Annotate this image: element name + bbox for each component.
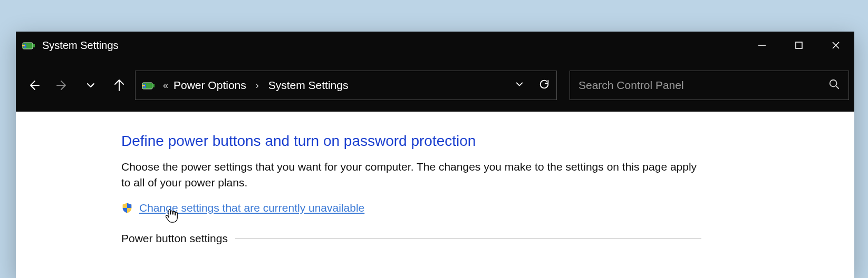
section-power-button-settings: Power button settings (121, 232, 701, 245)
change-unavailable-settings-link[interactable]: Change settings that are currently unava… (139, 202, 364, 214)
search-icon[interactable] (828, 78, 840, 92)
maximize-icon (795, 41, 803, 49)
uac-shield-icon (121, 202, 133, 214)
forward-button[interactable] (50, 73, 75, 98)
minimize-button[interactable] (744, 32, 780, 59)
breadcrumb-overflow-icon[interactable]: « (163, 80, 166, 91)
section-label: Power button settings (121, 232, 228, 245)
window-frame: System Settings (16, 32, 854, 278)
svg-rect-1 (33, 44, 35, 47)
svg-line-11 (836, 86, 839, 89)
window-title: System Settings (42, 39, 119, 52)
breadcrumb-separator-icon: › (256, 80, 259, 91)
up-button[interactable] (107, 73, 132, 98)
refresh-icon (538, 78, 550, 90)
breadcrumb-system-settings[interactable]: System Settings (268, 79, 349, 92)
power-options-icon-small (142, 80, 156, 91)
svg-rect-4 (796, 42, 802, 48)
section-divider (235, 238, 701, 239)
admin-link-row: Change settings that are currently unava… (121, 202, 854, 214)
content-area: Define power buttons and turn on passwor… (16, 112, 854, 278)
search-input[interactable] (578, 79, 822, 92)
arrow-left-icon (27, 79, 40, 92)
chevron-down-icon (515, 80, 524, 88)
address-dropdown-button[interactable] (515, 80, 524, 91)
svg-rect-8 (152, 84, 155, 87)
power-options-icon (22, 39, 36, 51)
nav-bar: « Power Options › System Settings (16, 59, 854, 112)
title-bar: System Settings (16, 32, 854, 59)
close-icon (831, 41, 841, 50)
breadcrumb-power-options[interactable]: Power Options (173, 79, 246, 92)
arrow-up-icon (113, 79, 126, 92)
close-button[interactable] (817, 32, 854, 59)
chevron-down-icon (86, 81, 95, 90)
search-box[interactable] (570, 71, 849, 100)
page-description: Choose the power settings that you want … (121, 159, 701, 191)
window-controls (744, 32, 854, 59)
arrow-right-icon (56, 79, 69, 92)
maximize-button[interactable] (780, 32, 817, 59)
back-button[interactable] (21, 73, 46, 98)
app-icon (21, 37, 37, 53)
page-heading: Define power buttons and turn on passwor… (121, 133, 854, 150)
recent-locations-button[interactable] (78, 73, 103, 98)
address-bar[interactable]: « Power Options › System Settings (135, 71, 557, 100)
refresh-button[interactable] (538, 78, 550, 92)
minimize-icon (757, 41, 767, 50)
